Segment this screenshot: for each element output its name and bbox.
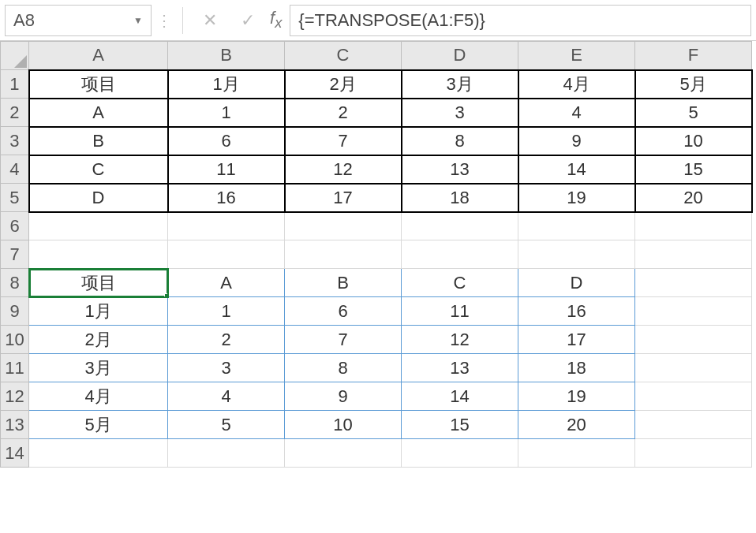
- cell-C9[interactable]: 6: [285, 297, 402, 326]
- cell-B14[interactable]: [168, 439, 285, 468]
- cell-F4[interactable]: 15: [635, 155, 752, 184]
- cell-E9[interactable]: 16: [518, 297, 635, 326]
- cell-C13[interactable]: 10: [285, 411, 402, 439]
- cell-B9[interactable]: 1: [168, 297, 285, 326]
- cell-C1[interactable]: 2月: [285, 70, 402, 99]
- cell-C3[interactable]: 7: [285, 127, 402, 155]
- cell-F12[interactable]: [635, 382, 752, 411]
- cell-F5[interactable]: 20: [635, 184, 752, 212]
- cell-B7[interactable]: [168, 240, 285, 269]
- cell-E1[interactable]: 4月: [518, 70, 635, 99]
- cell-D12[interactable]: 14: [402, 382, 518, 411]
- cell-E8[interactable]: D: [518, 269, 635, 297]
- cell-B6[interactable]: [168, 212, 285, 240]
- row-header-4[interactable]: 4: [1, 155, 29, 184]
- cell-D11[interactable]: 13: [402, 354, 518, 382]
- cell-A10[interactable]: 2月: [29, 326, 168, 354]
- col-header-D[interactable]: D: [402, 42, 518, 70]
- cell-D5[interactable]: 18: [402, 184, 518, 212]
- cell-E14[interactable]: [518, 439, 635, 468]
- cell-E12[interactable]: 19: [518, 382, 635, 411]
- row-header-8[interactable]: 8: [1, 269, 29, 297]
- cell-A14[interactable]: [29, 439, 168, 468]
- cell-B3[interactable]: 6: [168, 127, 285, 155]
- cell-C12[interactable]: 9: [285, 382, 402, 411]
- col-header-F[interactable]: F: [635, 42, 752, 70]
- cell-E10[interactable]: 17: [518, 326, 635, 354]
- name-box[interactable]: A8 ▼: [5, 5, 152, 36]
- cell-F1[interactable]: 5月: [635, 70, 752, 99]
- cell-F3[interactable]: 10: [635, 127, 752, 155]
- cell-D1[interactable]: 3月: [402, 70, 518, 99]
- row-header-2[interactable]: 2: [1, 99, 29, 127]
- cell-E2[interactable]: 4: [518, 99, 635, 127]
- cell-B2[interactable]: 1: [168, 99, 285, 127]
- dropdown-icon[interactable]: ▼: [133, 15, 143, 26]
- cell-A1[interactable]: 项目: [29, 70, 168, 99]
- cell-D13[interactable]: 15: [402, 411, 518, 439]
- col-header-E[interactable]: E: [518, 42, 635, 70]
- cell-C7[interactable]: [285, 240, 402, 269]
- cell-A9[interactable]: 1月: [29, 297, 168, 326]
- cell-C10[interactable]: 7: [285, 326, 402, 354]
- col-header-A[interactable]: A: [29, 42, 168, 70]
- cell-A7[interactable]: [29, 240, 168, 269]
- fill-handle-icon[interactable]: [164, 293, 168, 297]
- cell-B13[interactable]: 5: [168, 411, 285, 439]
- cell-B11[interactable]: 3: [168, 354, 285, 382]
- row-header-11[interactable]: 11: [1, 354, 29, 382]
- enter-icon[interactable]: ✓: [229, 5, 267, 36]
- cell-B1[interactable]: 1月: [168, 70, 285, 99]
- formula-input[interactable]: [290, 5, 751, 36]
- row-header-7[interactable]: 7: [1, 240, 29, 269]
- row-header-3[interactable]: 3: [1, 127, 29, 155]
- cell-C14[interactable]: [285, 439, 402, 468]
- cell-E6[interactable]: [518, 212, 635, 240]
- cell-D2[interactable]: 3: [402, 99, 518, 127]
- cell-F13[interactable]: [635, 411, 752, 439]
- row-header-12[interactable]: 12: [1, 382, 29, 411]
- cell-A3[interactable]: B: [29, 127, 168, 155]
- cell-F2[interactable]: 5: [635, 99, 752, 127]
- cell-E7[interactable]: [518, 240, 635, 269]
- cell-E11[interactable]: 18: [518, 354, 635, 382]
- row-header-6[interactable]: 6: [1, 212, 29, 240]
- cell-D3[interactable]: 8: [402, 127, 518, 155]
- cell-E4[interactable]: 14: [518, 155, 635, 184]
- cell-D14[interactable]: [402, 439, 518, 468]
- cell-A11[interactable]: 3月: [29, 354, 168, 382]
- cell-E3[interactable]: 9: [518, 127, 635, 155]
- cell-F8[interactable]: [635, 269, 752, 297]
- cell-A5[interactable]: D: [29, 184, 168, 212]
- cell-A4[interactable]: C: [29, 155, 168, 184]
- select-all-corner[interactable]: [1, 42, 29, 70]
- cell-B8[interactable]: A: [168, 269, 285, 297]
- cell-C11[interactable]: 8: [285, 354, 402, 382]
- cell-A2[interactable]: A: [29, 99, 168, 127]
- cell-F14[interactable]: [635, 439, 752, 468]
- cell-A13[interactable]: 5月: [29, 411, 168, 439]
- cell-B5[interactable]: 16: [168, 184, 285, 212]
- cell-D8[interactable]: C: [402, 269, 518, 297]
- cell-D6[interactable]: [402, 212, 518, 240]
- cell-B4[interactable]: 11: [168, 155, 285, 184]
- cell-C8[interactable]: B: [285, 269, 402, 297]
- cell-C4[interactable]: 12: [285, 155, 402, 184]
- cell-C6[interactable]: [285, 212, 402, 240]
- col-header-C[interactable]: C: [285, 42, 402, 70]
- cell-B10[interactable]: 2: [168, 326, 285, 354]
- cell-A8[interactable]: 项目: [29, 269, 168, 297]
- row-header-5[interactable]: 5: [1, 184, 29, 212]
- row-header-1[interactable]: 1: [1, 70, 29, 99]
- cell-D10[interactable]: 12: [402, 326, 518, 354]
- cancel-icon[interactable]: ✕: [191, 5, 229, 36]
- cell-A12[interactable]: 4月: [29, 382, 168, 411]
- cell-F11[interactable]: [635, 354, 752, 382]
- cell-D4[interactable]: 13: [402, 155, 518, 184]
- row-header-9[interactable]: 9: [1, 297, 29, 326]
- cell-E13[interactable]: 20: [518, 411, 635, 439]
- col-header-B[interactable]: B: [168, 42, 285, 70]
- cell-F7[interactable]: [635, 240, 752, 269]
- cell-C2[interactable]: 2: [285, 99, 402, 127]
- row-header-14[interactable]: 14: [1, 439, 29, 468]
